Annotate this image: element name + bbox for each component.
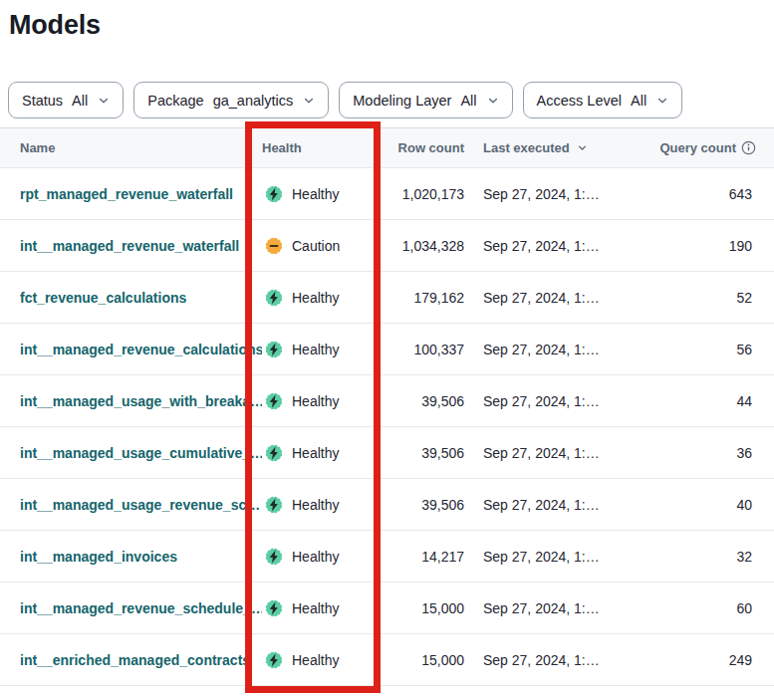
health-label: Healthy bbox=[292, 393, 339, 409]
health-badge bbox=[264, 650, 284, 670]
filter-pill[interactable]: Status All bbox=[8, 82, 124, 118]
table-row: int__managed_revenue_schedule_… Healthy … bbox=[0, 583, 774, 634]
health-badge bbox=[264, 236, 284, 256]
query-count-cell: 40 bbox=[644, 497, 774, 513]
health-badge bbox=[264, 443, 284, 463]
query-count-cell: 643 bbox=[644, 186, 774, 202]
row-count-cell: 39,506 bbox=[388, 445, 464, 461]
query-count-cell: 60 bbox=[644, 600, 774, 616]
filter-bar: Status All Package ga_analytics Modeling… bbox=[8, 82, 774, 118]
query-count-cell: 36 bbox=[644, 445, 774, 461]
health-badge bbox=[264, 495, 284, 515]
health-badge bbox=[264, 598, 284, 618]
model-link[interactable]: int__enriched_managed_contracts bbox=[20, 652, 250, 668]
row-count-cell: 1,020,173 bbox=[388, 186, 464, 202]
table-row: int__managed_revenue_calculations Health… bbox=[0, 324, 774, 375]
table-row: int__managed_invoices Healthy 14,217 Sep… bbox=[0, 531, 774, 583]
health-label: Healthy bbox=[292, 497, 339, 513]
row-count-cell: 14,217 bbox=[388, 549, 464, 565]
filter-value: All bbox=[460, 93, 476, 109]
filter-label: Access Level bbox=[537, 93, 622, 109]
row-count-cell: 39,506 bbox=[388, 393, 464, 409]
health-label: Healthy bbox=[292, 445, 339, 461]
health-label: Healthy bbox=[292, 290, 339, 306]
row-count-cell: 179,162 bbox=[388, 290, 464, 306]
model-link[interactable]: int__managed_usage_with_breaka… bbox=[20, 393, 262, 409]
query-count-cell: 56 bbox=[644, 342, 774, 357]
filter-pill[interactable]: Access Level All bbox=[523, 82, 683, 118]
row-count-cell: 100,337 bbox=[388, 342, 464, 357]
model-link[interactable]: int__managed_revenue_calculations bbox=[20, 342, 262, 357]
table-row: int__enriched_managed_contracts Healthy … bbox=[0, 634, 774, 686]
last-executed-cell: Sep 27, 2024, 1:… bbox=[464, 549, 644, 565]
minus-icon bbox=[270, 244, 279, 246]
table-row: int__managed_revenue_waterfall Caution 1… bbox=[0, 220, 774, 272]
row-count-cell: 39,506 bbox=[388, 497, 464, 513]
filter-pill[interactable]: Package ga_analytics bbox=[133, 82, 329, 118]
filter-value: All bbox=[72, 93, 88, 109]
health-label: Healthy bbox=[292, 600, 339, 616]
page-title: Models bbox=[9, 8, 774, 42]
chevron-down-icon bbox=[303, 95, 315, 107]
last-executed-cell: Sep 27, 2024, 1:… bbox=[464, 342, 644, 357]
filter-label: Status bbox=[22, 93, 63, 109]
model-link[interactable]: int__managed_revenue_waterfall bbox=[20, 238, 239, 254]
last-executed-cell: Sep 27, 2024, 1:… bbox=[464, 393, 644, 409]
model-link[interactable]: fct_revenue_calculations bbox=[20, 290, 186, 306]
model-link[interactable]: int__managed_usage_revenue_sc… bbox=[20, 497, 260, 513]
filter-label: Modeling Layer bbox=[353, 93, 451, 109]
header-name: Name bbox=[0, 140, 262, 155]
model-link[interactable]: int__managed_usage_cumulative_… bbox=[20, 445, 262, 461]
header-query-count: Query count bbox=[644, 140, 774, 155]
header-last-executed[interactable]: Last executed bbox=[464, 140, 644, 155]
sort-chevron-down-icon bbox=[577, 142, 588, 153]
last-executed-cell: Sep 27, 2024, 1:… bbox=[464, 290, 644, 306]
model-link[interactable]: int__managed_revenue_schedule_… bbox=[20, 600, 262, 616]
health-label: Caution bbox=[292, 238, 340, 254]
filter-value: ga_analytics bbox=[213, 93, 294, 109]
last-executed-cell: Sep 27, 2024, 1:… bbox=[464, 497, 644, 513]
table-header: Name Health Row count Last executed Quer… bbox=[0, 127, 774, 168]
chevron-down-icon bbox=[98, 95, 110, 107]
health-badge bbox=[264, 547, 284, 567]
info-icon[interactable] bbox=[741, 140, 756, 155]
query-count-cell: 190 bbox=[644, 238, 774, 254]
filter-label: Package bbox=[147, 93, 203, 109]
health-badge bbox=[264, 340, 284, 359]
last-executed-cell: Sep 27, 2024, 1:… bbox=[464, 600, 644, 616]
health-badge bbox=[264, 288, 284, 308]
health-badge bbox=[264, 391, 284, 411]
models-table: Name Health Row count Last executed Quer… bbox=[0, 127, 774, 686]
filter-pill[interactable]: Modeling Layer All bbox=[339, 82, 512, 118]
query-count-cell: 44 bbox=[644, 393, 774, 409]
filter-value: All bbox=[631, 93, 646, 109]
query-count-cell: 32 bbox=[644, 549, 774, 565]
model-link[interactable]: int__managed_invoices bbox=[20, 549, 177, 565]
health-badge bbox=[264, 184, 284, 204]
row-count-cell: 15,000 bbox=[388, 652, 464, 668]
table-row: int__managed_usage_revenue_sc… Healthy 3… bbox=[0, 479, 774, 531]
health-label: Healthy bbox=[292, 342, 339, 357]
query-count-cell: 249 bbox=[644, 652, 774, 668]
header-health: Health bbox=[262, 140, 388, 155]
last-executed-cell: Sep 27, 2024, 1:… bbox=[464, 652, 644, 668]
header-row-count: Row count bbox=[388, 140, 464, 155]
model-link[interactable]: rpt_managed_revenue_waterfall bbox=[20, 186, 233, 202]
row-count-cell: 1,034,328 bbox=[388, 238, 464, 254]
row-count-cell: 15,000 bbox=[388, 600, 464, 616]
table-row: rpt_managed_revenue_waterfall Healthy 1,… bbox=[0, 168, 774, 220]
table-row: fct_revenue_calculations Healthy 179,162… bbox=[0, 272, 774, 324]
last-executed-cell: Sep 27, 2024, 1:… bbox=[464, 445, 644, 461]
last-executed-cell: Sep 27, 2024, 1:… bbox=[464, 186, 644, 202]
chevron-down-icon bbox=[487, 95, 499, 107]
table-row: int__managed_usage_cumulative_… Healthy … bbox=[0, 427, 774, 479]
query-count-cell: 52 bbox=[644, 290, 774, 306]
table-row: int__managed_usage_with_breaka… Healthy … bbox=[0, 375, 774, 427]
chevron-down-icon bbox=[656, 95, 668, 107]
health-label: Healthy bbox=[292, 652, 339, 668]
health-label: Healthy bbox=[292, 549, 339, 565]
last-executed-cell: Sep 27, 2024, 1:… bbox=[464, 238, 644, 254]
health-label: Healthy bbox=[292, 186, 339, 202]
table-body: rpt_managed_revenue_waterfall Healthy 1,… bbox=[0, 168, 774, 686]
